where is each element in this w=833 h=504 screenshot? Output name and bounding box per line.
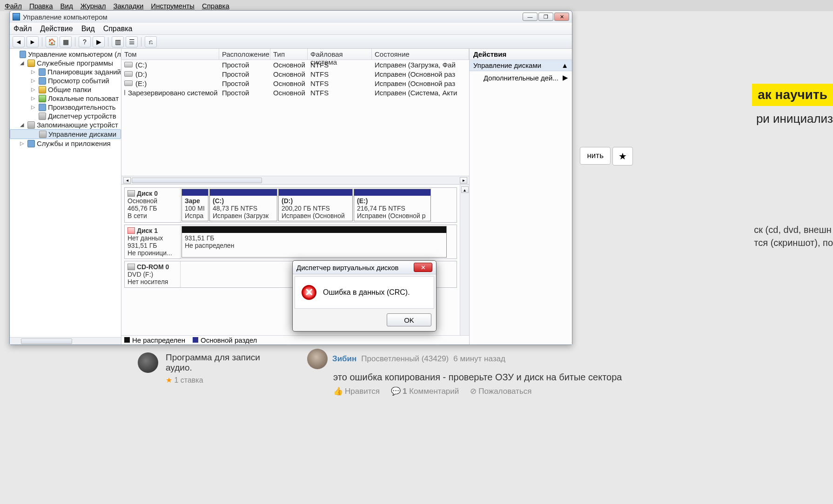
toolbar-button[interactable]: ► — [27, 36, 39, 47]
tree-expander-icon[interactable]: ▷ — [31, 86, 37, 93]
volume-icon — [124, 71, 133, 77]
tree-item[interactable]: Управление дисками — [10, 129, 121, 139]
volume-row[interactable]: (E:)ПростойОсновнойNTFSИсправен (Основно… — [121, 79, 469, 88]
window-titlebar[interactable]: Управление компьютером — ❐ ✕ — [10, 11, 572, 23]
disk-vertical-scrollbar[interactable]: ▴ — [460, 185, 469, 335]
app-toolbar[interactable]: ◄►🏠▦?▶▥☰⎌ — [10, 35, 572, 49]
close-button[interactable]: ✕ — [554, 13, 569, 21]
toolbar-button[interactable]: ▥ — [112, 36, 124, 47]
tree-item[interactable]: ▷Просмотр событий — [10, 76, 121, 85]
column-header[interactable]: Тип — [270, 49, 308, 60]
toolbar-button[interactable]: ☰ — [126, 36, 138, 47]
tree-item[interactable]: Управление компьютером (л — [10, 50, 121, 59]
column-header[interactable]: Том — [121, 49, 219, 60]
tree-node-icon — [39, 113, 46, 120]
tree-expander-icon[interactable]: ▷ — [20, 140, 26, 146]
browser-menu-item[interactable]: Закладки — [110, 2, 146, 10]
toolbar-button[interactable]: 🏠 — [46, 36, 58, 47]
browser-menu-item[interactable]: Правка — [27, 2, 56, 10]
menu-item[interactable]: Вид — [81, 25, 95, 33]
bg-star-button[interactable]: ★ — [612, 147, 633, 166]
toolbar-button[interactable]: ? — [79, 36, 91, 47]
scroll-right-icon[interactable]: ▸ — [460, 177, 467, 184]
vlist-horizontal-scrollbar[interactable]: ◂ ▸ — [121, 176, 469, 184]
tree-item[interactable]: ◢Запоминающие устройст — [10, 120, 121, 129]
browser-menu-item[interactable]: Журнал — [78, 2, 109, 10]
disk-block[interactable]: Диск 0Основной465,76 ГБВ сетиЗаре100 МІИ… — [124, 187, 457, 223]
browser-menu-item[interactable]: Файл — [2, 2, 25, 10]
tree-node-icon — [39, 68, 46, 76]
maximize-button[interactable]: ❐ — [538, 13, 553, 21]
menu-item[interactable]: Действие — [40, 25, 73, 33]
tree-item[interactable]: Диспетчер устройств — [10, 112, 121, 120]
tree-node-icon — [39, 104, 46, 111]
toolbar-button[interactable]: ▶ — [93, 36, 105, 47]
tree-node-icon — [39, 95, 46, 102]
volume-list[interactable]: ТомРасположениеТипФайловая системаСостоя… — [121, 49, 469, 185]
menu-item[interactable]: Справка — [103, 25, 133, 33]
like-button[interactable]: 👍Нравится — [333, 386, 380, 396]
bg-answer: Зибин Просветленный (43429) 6 минут наза… — [307, 349, 622, 396]
volume-list-header[interactable]: ТомРасположениеТипФайловая системаСостоя… — [121, 49, 469, 60]
browser-menu-item[interactable]: Инструменты — [148, 2, 197, 10]
tree-item[interactable]: ▷Производительность — [10, 103, 121, 112]
column-header[interactable]: Расположение — [219, 49, 270, 60]
scroll-thumb[interactable] — [132, 178, 262, 183]
tree-expander-icon[interactable]: ▷ — [31, 95, 37, 101]
disk-icon — [128, 190, 135, 197]
tree-expander-icon[interactable]: ▷ — [31, 104, 37, 110]
partition[interactable]: (D:)200,20 ГБ NTFSИсправен (Основной — [278, 189, 353, 221]
browser-menu-item[interactable]: Справка — [199, 2, 232, 10]
scroll-up-icon[interactable]: ▴ — [461, 186, 469, 193]
bg-save-button[interactable]: нить — [580, 147, 611, 165]
menu-item[interactable]: Файл — [13, 25, 32, 33]
tree-item[interactable]: ◢Служебные программы — [10, 59, 121, 67]
partition[interactable]: (E:)216,74 ГБ NTFSИсправен (Основной р — [354, 189, 431, 221]
tree-node-icon — [39, 77, 46, 85]
tree-expander-icon[interactable]: ◢ — [20, 122, 26, 128]
answer-username[interactable]: Зибин — [332, 354, 356, 364]
toolbar-button[interactable]: ⎌ — [145, 36, 157, 47]
legend-swatch-primary — [193, 337, 198, 343]
tree-label: Производительность — [48, 103, 116, 111]
disk-icon — [128, 227, 135, 234]
partition[interactable]: Заре100 МІИспра — [181, 189, 208, 221]
toolbar-button[interactable]: ◄ — [13, 36, 25, 47]
scroll-left-icon[interactable]: ◂ — [123, 177, 131, 184]
tree-item[interactable]: ▷Локальные пользоват — [10, 94, 121, 103]
comment-button[interactable]: 💬1 Комментарий — [391, 386, 459, 396]
ok-button[interactable]: OK — [387, 313, 431, 326]
collapse-icon[interactable]: ▲ — [561, 61, 568, 69]
disk-block[interactable]: Диск 1Нет данных931,51 ГБНе проиници...9… — [124, 225, 457, 259]
volume-row[interactable]: Зарезервировано системойПростойОсновнойN… — [121, 88, 469, 97]
dialog-close-button[interactable]: ✕ — [414, 263, 432, 272]
tree-expander-icon[interactable]: ▷ — [31, 69, 37, 75]
volume-row[interactable]: (D:)ПростойОсновнойNTFSИсправен (Основно… — [121, 69, 469, 79]
tree-item[interactable]: ▷Службы и приложения — [10, 139, 121, 148]
tree-horizontal-scrollbar[interactable] — [10, 337, 121, 345]
dialog-titlebar[interactable]: Диспетчер виртуальных дисков ✕ — [293, 261, 436, 274]
tree-expander-icon[interactable]: ◢ — [20, 60, 26, 66]
partition[interactable]: 931,51 ГБНе распределен — [181, 226, 447, 258]
volume-icon — [124, 90, 125, 95]
toolbar-button[interactable]: ▦ — [60, 36, 72, 47]
tree-item[interactable]: ▷Планировщик заданий — [10, 67, 121, 76]
navigation-tree[interactable]: Управление компьютером (л◢Служебные прог… — [10, 49, 121, 345]
complain-button[interactable]: ⊘Пожаловаться — [470, 386, 531, 396]
browser-menubar[interactable]: ФайлПравкаВидЖурналЗакладкиИнструментыСп… — [0, 0, 833, 11]
actions-more-item[interactable]: Дополнительные дей...▶ — [470, 71, 572, 84]
tree-expander-icon[interactable]: ▷ — [31, 78, 37, 84]
actions-section[interactable]: Управление дисками▲ — [470, 60, 572, 71]
browser-menu-item[interactable]: Вид — [58, 2, 76, 10]
minimize-button[interactable]: — — [523, 13, 537, 21]
partition[interactable]: (C:)48,73 ГБ NTFSИсправен (Загрузк — [209, 189, 277, 221]
app-menubar[interactable]: ФайлДействиеВидСправка — [10, 23, 572, 35]
column-header[interactable]: Файловая система — [308, 49, 372, 60]
error-dialog: Диспетчер виртуальных дисков ✕ ✕ Ошибка … — [292, 260, 437, 332]
tree-label: Запоминающие устройст — [37, 121, 118, 129]
bg-recommendation: Программа для записи аудио. ★ 1 ставка — [138, 352, 287, 385]
tree-item[interactable]: ▷Общие папки — [10, 85, 121, 94]
column-header[interactable]: Состояние — [372, 49, 469, 60]
bg-reco-title[interactable]: Программа для записи аудио. — [166, 352, 287, 373]
volume-row[interactable]: (C:)ПростойОсновнойNTFSИсправен (Загрузк… — [121, 60, 469, 69]
